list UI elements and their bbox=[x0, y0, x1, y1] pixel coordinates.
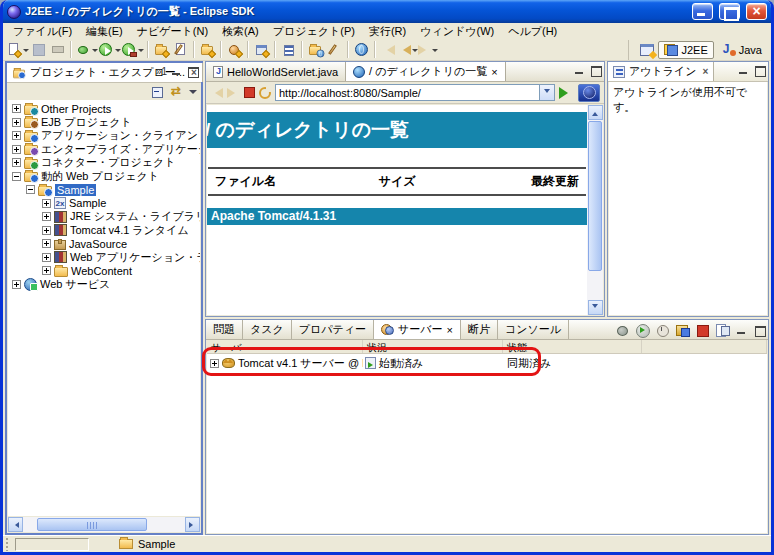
expander-icon[interactable] bbox=[42, 239, 51, 248]
expander-icon[interactable] bbox=[210, 359, 219, 368]
save-icon[interactable] bbox=[29, 40, 48, 59]
tab-helloworldservlet[interactable]: HelloWorldServlet.java bbox=[206, 62, 346, 81]
tree-item[interactable]: 2x Sample bbox=[8, 197, 200, 211]
server-row-tomcat[interactable]: Tomcat v4.1 サーバー @ localhost 始動済み 同期済み bbox=[207, 354, 767, 372]
column-server[interactable]: サーバー bbox=[207, 340, 363, 353]
tree-item[interactable]: コネクター・プロジェクト bbox=[8, 156, 200, 170]
browser-refresh-icon[interactable] bbox=[259, 87, 271, 99]
title-bar[interactable]: J2EE - / のディレクトリの一覧 - Eclipse SDK bbox=[3, 0, 771, 23]
expander-icon[interactable] bbox=[42, 253, 51, 262]
minimize-view-icon[interactable] bbox=[735, 324, 748, 336]
tree-item[interactable]: Web サービス bbox=[8, 278, 200, 292]
tree-item[interactable]: Tomcat v4.1 ランタイム bbox=[8, 224, 200, 238]
view-menu-icon[interactable] bbox=[189, 90, 197, 98]
scrollbar-thumb[interactable] bbox=[37, 518, 147, 531]
start-server-icon[interactable] bbox=[635, 323, 650, 337]
back-history-icon[interactable] bbox=[379, 40, 398, 59]
run-icon[interactable] bbox=[98, 40, 121, 59]
expander-icon[interactable] bbox=[42, 199, 51, 208]
debug-server-icon[interactable] bbox=[615, 323, 630, 337]
close-view-icon[interactable]: × bbox=[701, 66, 709, 77]
close-tab-icon[interactable]: × bbox=[491, 66, 497, 78]
minimize-view-icon[interactable] bbox=[170, 65, 183, 77]
print-icon[interactable] bbox=[48, 40, 67, 59]
maximize-view-icon[interactable] bbox=[753, 324, 766, 336]
browser-stop-icon[interactable] bbox=[244, 87, 255, 98]
close-button[interactable] bbox=[746, 3, 767, 20]
expander-icon[interactable] bbox=[12, 131, 21, 140]
menu-run[interactable]: 実行(R) bbox=[362, 23, 413, 40]
web-browser-icon[interactable] bbox=[352, 40, 371, 59]
profile-server-icon[interactable] bbox=[655, 323, 670, 337]
tree-item[interactable]: Web アプリケーション・ライブラリー [S. bbox=[8, 251, 200, 265]
maximize-editor-icon[interactable] bbox=[589, 64, 602, 76]
debug-icon[interactable] bbox=[75, 40, 98, 59]
url-input[interactable] bbox=[276, 85, 539, 100]
column-state[interactable]: 状態 bbox=[503, 340, 642, 353]
tab-tasks[interactable]: タスク bbox=[243, 320, 292, 339]
tree-item[interactable]: Other Projects bbox=[8, 102, 200, 116]
new-folder-wizard-icon[interactable] bbox=[152, 40, 171, 59]
tree-item[interactable]: JRE システム・ライブラリー [jre1.4.2_ bbox=[8, 210, 200, 224]
expander-icon[interactable] bbox=[12, 104, 21, 113]
menu-edit[interactable]: 編集(E) bbox=[79, 23, 130, 40]
tree-item[interactable]: JavaSource bbox=[8, 237, 200, 251]
publish-server-icon[interactable] bbox=[675, 323, 690, 337]
tab-console[interactable]: コンソール bbox=[498, 320, 569, 339]
expander-icon[interactable] bbox=[12, 118, 21, 127]
open-perspective-icon[interactable] bbox=[637, 41, 656, 60]
new-jsp-icon[interactable] bbox=[198, 40, 217, 59]
external-tools-icon[interactable] bbox=[121, 40, 144, 59]
tree-item[interactable]: エンタープライズ・アプリケーション bbox=[8, 143, 200, 157]
annotation-pen-icon[interactable] bbox=[325, 40, 344, 59]
collapse-all-icon[interactable] bbox=[151, 85, 166, 99]
maximize-button[interactable] bbox=[719, 3, 740, 20]
tab-problems[interactable]: 問題 bbox=[206, 320, 243, 339]
edit-wizard-icon[interactable] bbox=[171, 40, 190, 59]
minimize-button[interactable] bbox=[692, 3, 713, 20]
view-stack-chevron[interactable]: »1 bbox=[156, 66, 167, 77]
tab-directory-listing[interactable]: / のディレクトリの一覧 × bbox=[346, 62, 506, 81]
menu-help[interactable]: ヘルプ(H) bbox=[501, 23, 564, 40]
expander-icon[interactable] bbox=[12, 280, 21, 289]
scroll-down-icon[interactable] bbox=[588, 300, 603, 315]
tab-outline[interactable]: アウトライン × bbox=[608, 62, 714, 81]
expander-icon[interactable] bbox=[42, 226, 51, 235]
snippets-icon[interactable] bbox=[279, 40, 298, 59]
tab-properties[interactable]: プロパティー bbox=[292, 320, 374, 339]
maximize-view-icon[interactable] bbox=[753, 64, 766, 76]
tree-item[interactable]: 動的 Web プロジェクト bbox=[8, 170, 200, 184]
tree-item[interactable]: アプリケーション・クライアント・プロジェクト bbox=[8, 129, 200, 143]
url-dropdown-icon[interactable] bbox=[539, 85, 554, 100]
tab-snippets[interactable]: 断片 bbox=[461, 320, 498, 339]
menu-window[interactable]: ウィンドウ(W) bbox=[413, 23, 501, 40]
scroll-right-icon[interactable] bbox=[185, 517, 200, 532]
expander-icon[interactable] bbox=[26, 185, 35, 194]
menu-file[interactable]: ファイル(F) bbox=[6, 23, 79, 40]
new-ejb-icon[interactable] bbox=[252, 40, 271, 59]
scrollbar-thumb[interactable] bbox=[588, 121, 602, 271]
browser-vertical-scrollbar[interactable] bbox=[587, 105, 603, 315]
tree-item-selected[interactable]: Sample bbox=[8, 183, 200, 197]
server-modules-icon[interactable] bbox=[715, 323, 730, 337]
scroll-left-icon[interactable] bbox=[8, 517, 23, 532]
column-status[interactable]: 状況 bbox=[363, 340, 503, 353]
expander-icon[interactable] bbox=[12, 158, 21, 167]
scroll-up-icon[interactable] bbox=[588, 105, 603, 120]
perspective-java-button[interactable]: Java bbox=[716, 41, 768, 59]
stop-server-icon[interactable] bbox=[695, 323, 710, 337]
perspective-j2ee-button[interactable]: J2EE bbox=[658, 41, 713, 59]
expander-icon[interactable] bbox=[12, 172, 21, 181]
menu-navigate[interactable]: ナビゲート(N) bbox=[130, 23, 215, 40]
minimize-view-icon[interactable] bbox=[737, 64, 750, 76]
menu-search[interactable]: 検索(A) bbox=[215, 23, 266, 40]
tree-item[interactable]: EJB プロジェクト bbox=[8, 116, 200, 130]
menu-project[interactable]: プロジェクト(P) bbox=[266, 23, 362, 40]
import-icon[interactable] bbox=[306, 40, 325, 59]
forward-icon[interactable] bbox=[418, 40, 438, 59]
close-view-icon[interactable]: × bbox=[447, 324, 453, 336]
back-icon[interactable] bbox=[398, 40, 418, 59]
new-wizard-icon[interactable] bbox=[6, 40, 29, 59]
minimize-editor-icon[interactable] bbox=[573, 64, 586, 76]
external-browser-icon[interactable] bbox=[578, 84, 600, 102]
